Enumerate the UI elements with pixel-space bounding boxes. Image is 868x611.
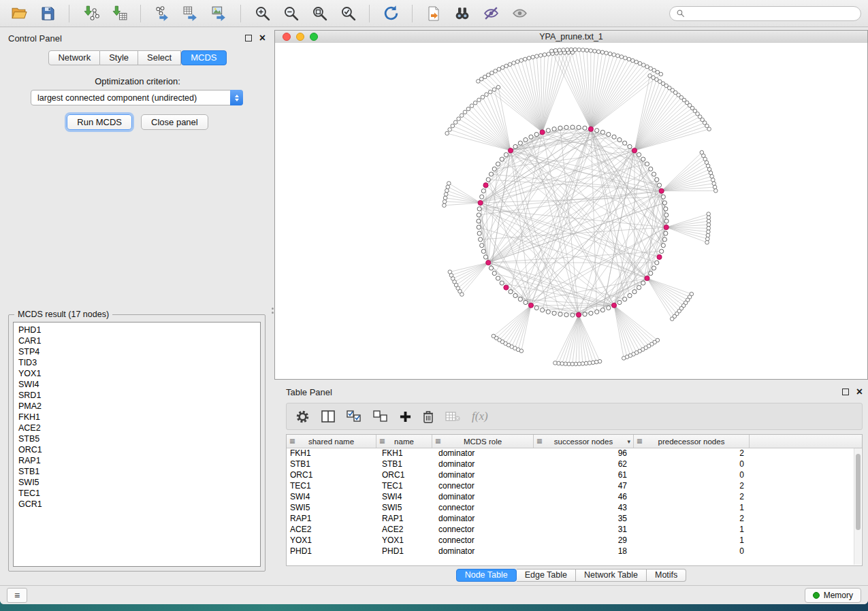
- show-columns-icon[interactable]: [321, 410, 335, 423]
- column-header-shared-name[interactable]: ▦ shared name: [287, 435, 376, 448]
- zoom-selected-button[interactable]: [336, 3, 360, 24]
- zoom-fit-button[interactable]: [307, 3, 332, 24]
- scrollbar-thumb[interactable]: [856, 454, 861, 530]
- mcds-result-item[interactable]: ACE2: [14, 423, 260, 433]
- mcds-result-item[interactable]: SWI5: [14, 477, 260, 488]
- open-file-button[interactable]: [7, 3, 31, 24]
- node-table-cell: RAP1: [287, 514, 376, 523]
- node-table-cell: STB1: [376, 459, 432, 469]
- close-panel-button[interactable]: Close panel: [141, 114, 208, 130]
- maximize-window-icon[interactable]: [310, 33, 318, 41]
- mcds-result-item[interactable]: SRD1: [14, 390, 260, 401]
- node-table-row[interactable]: TEC1TEC1connector472: [287, 480, 862, 491]
- memory-button[interactable]: Memory: [805, 588, 861, 603]
- mcds-result-item[interactable]: TID3: [14, 357, 260, 368]
- global-search[interactable]: [669, 6, 861, 21]
- export-network-button[interactable]: [150, 3, 174, 24]
- gear-icon[interactable]: [295, 410, 310, 424]
- node-table-cell: STB1: [287, 459, 376, 469]
- hide-selected-button[interactable]: [479, 3, 503, 24]
- column-header-mcds-role[interactable]: ▦ MCDS role: [432, 435, 534, 448]
- document-export-icon: [425, 5, 442, 22]
- mcds-result-item[interactable]: STB5: [14, 433, 260, 444]
- node-table-row[interactable]: FKH1FKH1dominator962: [287, 448, 862, 459]
- mcds-result-item[interactable]: GCR1: [14, 499, 260, 510]
- mcds-result-item[interactable]: YOX1: [14, 368, 260, 379]
- mcds-result-item[interactable]: RAP1: [14, 455, 260, 466]
- close-panel-icon[interactable]: ×: [259, 33, 266, 43]
- float-panel-icon[interactable]: [842, 389, 849, 395]
- float-panel-icon[interactable]: [245, 35, 252, 42]
- tab-motifs[interactable]: Motifs: [647, 569, 686, 582]
- control-panel-tabs: Network Style Select MCDS: [4, 50, 271, 65]
- node-table-cell: 2: [634, 514, 750, 523]
- node-table-cell: 43: [534, 503, 634, 512]
- close-window-icon[interactable]: [283, 33, 291, 41]
- main-toolbar: [0, 0, 868, 27]
- table-scrollbar[interactable]: [854, 448, 861, 565]
- criterion-dropdown[interactable]: largest connected component (undirected): [31, 90, 243, 105]
- attribute-grid-icon: ▦: [289, 438, 295, 444]
- node-table: ▦ shared name ▦ name ▦ MCDS role ▦ succe…: [286, 434, 863, 566]
- tab-mcds[interactable]: MCDS: [181, 50, 226, 65]
- deselect-all-icon[interactable]: [373, 410, 388, 423]
- status-menu-button[interactable]: ≡: [7, 588, 27, 603]
- zoom-in-button[interactable]: [250, 3, 274, 24]
- node-table-row[interactable]: ORC1ORC1dominator610: [287, 469, 862, 480]
- mcds-result-item[interactable]: FKH1: [14, 412, 260, 423]
- mcds-result-item[interactable]: PHD1: [14, 325, 260, 335]
- new-network-from-selection-button[interactable]: [421, 3, 446, 24]
- mcds-result-item[interactable]: STP4: [14, 346, 260, 357]
- node-table-row[interactable]: PHD1PHD1dominator180: [287, 546, 862, 557]
- tab-select[interactable]: Select: [138, 50, 181, 65]
- mcds-result-item[interactable]: SWI4: [14, 379, 260, 390]
- show-all-button[interactable]: [507, 3, 532, 24]
- mcds-result-item[interactable]: CAR1: [14, 335, 260, 346]
- node-table-cell: 18: [534, 546, 634, 556]
- search-input[interactable]: [689, 8, 854, 19]
- tab-style[interactable]: Style: [100, 50, 138, 65]
- node-table-row[interactable]: STB1STB1dominator620: [287, 459, 862, 469]
- node-table-cell: SWI4: [287, 492, 376, 501]
- node-table-cell: 61: [534, 470, 634, 480]
- network-graph: [275, 43, 867, 379]
- minimize-window-icon[interactable]: [296, 33, 304, 41]
- search-icon: [676, 9, 685, 18]
- panel-splitter[interactable]: [271, 305, 274, 316]
- zoom-out-button[interactable]: [278, 3, 303, 24]
- node-table-row[interactable]: ACE2ACE2connector311: [287, 524, 862, 535]
- mcds-result-item[interactable]: PMA2: [14, 401, 260, 412]
- mcds-result-item[interactable]: TEC1: [14, 488, 260, 499]
- tab-network-table[interactable]: Network Table: [576, 569, 647, 582]
- run-mcds-button[interactable]: Run MCDS: [67, 114, 132, 130]
- column-header-successor-nodes[interactable]: ▦ successor nodes ▾: [534, 435, 634, 448]
- node-table-row[interactable]: YOX1YOX1connector291: [287, 535, 862, 546]
- network-canvas[interactable]: [275, 43, 867, 379]
- select-all-icon[interactable]: [347, 410, 361, 423]
- search-network-button[interactable]: [450, 3, 475, 24]
- node-table-header: ▦ shared name ▦ name ▦ MCDS role ▦ succe…: [287, 435, 862, 448]
- refresh-network-button[interactable]: [379, 3, 403, 24]
- delete-column-icon[interactable]: [423, 410, 434, 423]
- mcds-result-item[interactable]: STB1: [14, 466, 260, 477]
- tab-node-table[interactable]: Node Table: [456, 569, 517, 582]
- mcds-result-item[interactable]: ORC1: [14, 444, 260, 455]
- tab-network[interactable]: Network: [48, 50, 100, 65]
- close-panel-icon[interactable]: ×: [856, 387, 863, 397]
- save-session-button[interactable]: [35, 3, 60, 24]
- node-table-row[interactable]: SWI5SWI5connector431: [287, 502, 862, 513]
- node-table-row[interactable]: SWI4SWI4dominator462: [287, 491, 862, 502]
- column-header-predecessor-nodes[interactable]: ▦ predecessor nodes: [634, 435, 750, 448]
- tab-edge-table[interactable]: Edge Table: [517, 569, 576, 582]
- node-table-row[interactable]: RAP1RAP1dominator352: [287, 513, 862, 524]
- export-image-button[interactable]: [207, 3, 231, 24]
- add-column-icon[interactable]: [400, 411, 411, 423]
- column-header-name[interactable]: ▦ name: [376, 435, 432, 448]
- mcds-result-list[interactable]: PHD1CAR1STP4TID3YOX1SWI4SRD1PMA2FKH1ACE2…: [13, 322, 261, 567]
- export-table-button[interactable]: [178, 3, 203, 24]
- import-table-button[interactable]: [107, 3, 131, 24]
- import-network-button[interactable]: [78, 3, 103, 24]
- node-table-cell: YOX1: [287, 535, 376, 545]
- delete-table-icon-disabled: [445, 411, 460, 422]
- node-table-cell: connector: [432, 535, 534, 545]
